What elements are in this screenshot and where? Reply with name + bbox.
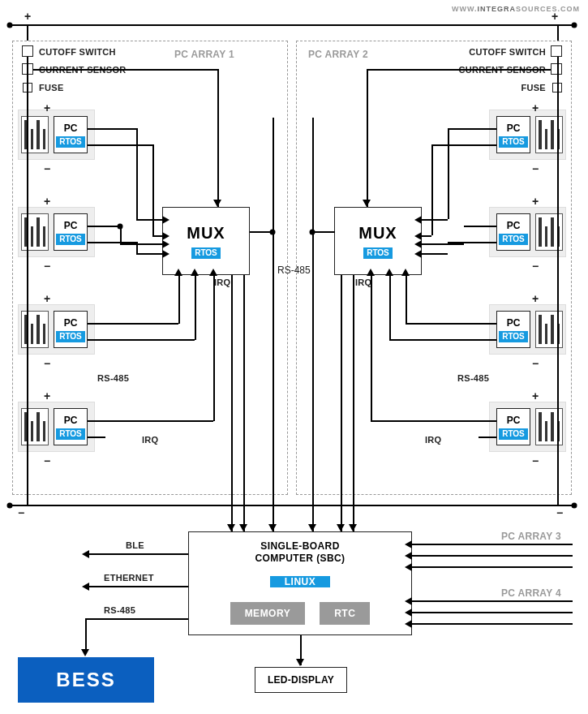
plus-icon: + [532, 195, 539, 208]
arrow-left-icon [405, 540, 412, 548]
arrow-up-icon [191, 269, 199, 276]
mux-block: MUX RTOS [334, 207, 422, 275]
bess-block: BESS [18, 657, 154, 703]
pc-controller: PCRTOS [54, 311, 88, 348]
irq-label: IRQ [425, 435, 441, 445]
rail-node [7, 23, 13, 28]
wire [85, 618, 188, 620]
led-display-block: LED-DISPLAY [255, 667, 347, 693]
rail-node [7, 503, 13, 509]
pc-array-3-label: PC ARRAY 3 [501, 531, 561, 542]
watermark: WWW.INTEGRASOURCES.COM [452, 5, 580, 13]
wire [88, 144, 152, 146]
minus-icon: − [532, 162, 539, 175]
plus-icon: + [44, 292, 50, 305]
mux-label: MUX [187, 224, 225, 243]
minus-icon: − [44, 162, 50, 175]
arrow-down-icon [213, 200, 221, 207]
arrow-up-icon [174, 269, 182, 276]
pc-controller: PCRTOS [496, 213, 530, 251]
plus-icon: + [532, 101, 539, 114]
wire [406, 275, 407, 324]
wire [312, 118, 314, 531]
pc-label: PC [507, 317, 521, 329]
rtos-badge: RTOS [191, 247, 221, 259]
arrow-right-icon [162, 250, 170, 258]
battery-cells-icon [21, 408, 49, 445]
wire [136, 219, 162, 221]
wire [27, 57, 28, 105]
pc-label: PC [64, 123, 78, 134]
wire [312, 231, 335, 233]
rs485-bus-label: RS-485 [277, 265, 311, 276]
arrow-left-icon [405, 609, 412, 617]
wm-com: .COM [558, 5, 581, 13]
wire [136, 128, 138, 219]
arrow-left-icon [82, 583, 89, 591]
rtos-badge: RTOS [56, 136, 85, 148]
wire [422, 235, 431, 237]
bottom-rail-wire [8, 505, 576, 506]
battery-cells-icon [535, 213, 563, 251]
fuse-label: FUSE [521, 83, 546, 92]
wire [152, 144, 154, 235]
wire [89, 553, 188, 555]
ble-label: BLE [126, 540, 144, 550]
rtos-badge: RTOS [499, 331, 528, 342]
wire [412, 544, 573, 545]
battery-cells-icon [21, 116, 49, 153]
plus-icon: + [44, 195, 50, 208]
pc-array-4-label: PC ARRAY 4 [501, 587, 561, 599]
wire [422, 253, 448, 255]
wire [85, 618, 87, 651]
arrow-left-icon [405, 552, 412, 560]
minus-icon: − [532, 357, 539, 370]
rtos-badge: RTOS [56, 331, 85, 342]
wire [412, 555, 573, 557]
sbc-title: SINGLE-BOARD COMPUTER (SBC) [255, 540, 346, 565]
mux-irq-label: IRQ [355, 277, 371, 287]
wire [406, 323, 496, 325]
pc-array-1-title: PC ARRAY 1 [174, 49, 234, 60]
arrow-left-icon [414, 240, 422, 248]
mux-irq-label: IRQ [214, 277, 230, 287]
wire [464, 226, 496, 227]
wire [120, 226, 122, 243]
arrow-up-icon [401, 269, 410, 276]
wire [371, 275, 372, 421]
rail-node [572, 23, 577, 28]
arrow-down-icon [337, 524, 345, 531]
wire [557, 57, 559, 105]
rtos-badge: RTOS [499, 428, 528, 440]
pc-controller: PCRTOS [54, 116, 88, 153]
arrow-right-icon [162, 232, 170, 240]
minus-icon: − [556, 506, 563, 519]
rs485-label: RS-485 [97, 373, 129, 383]
ethernet-label: ETHERNET [104, 573, 154, 583]
battery-cells-icon [21, 213, 49, 251]
node [310, 230, 315, 235]
current-sensor-symbol [551, 63, 562, 75]
rtos-badge: RTOS [56, 428, 85, 440]
plus-icon: + [532, 292, 539, 305]
plus-icon: + [44, 389, 50, 402]
plus-icon: + [552, 10, 558, 23]
wire [88, 128, 136, 130]
sbc-block: SINGLE-BOARD COMPUTER (SBC) LINUX MEMORY… [188, 531, 412, 635]
cutoff-switch-label: CUTOFF SWITCH [469, 47, 546, 57]
rs485-label: RS-485 [104, 605, 135, 615]
minus-icon: − [44, 454, 50, 467]
arrow-down-icon [268, 524, 277, 531]
wire [422, 243, 464, 245]
arrow-left-icon [414, 216, 422, 224]
pc-label: PC [507, 415, 521, 426]
wire [431, 144, 433, 235]
battery-cells-icon [535, 408, 563, 445]
arrow-right-icon [162, 240, 170, 248]
arrow-down-icon [227, 524, 235, 531]
wire [353, 275, 354, 531]
wire [422, 219, 448, 221]
cutoff-switch-symbol [551, 45, 562, 57]
wire [412, 600, 573, 602]
arrow-left-icon [414, 250, 422, 258]
